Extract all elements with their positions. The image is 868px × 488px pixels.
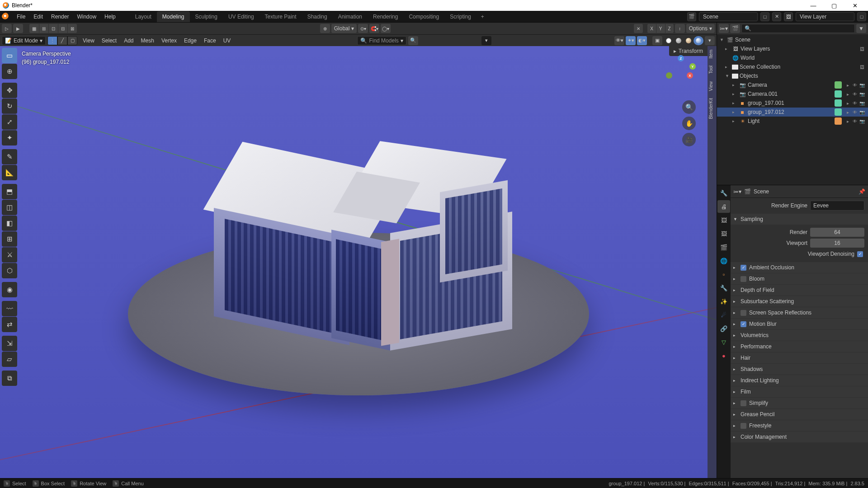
viewlayer-browse-button[interactable]: 🖼 [784,12,793,21]
viewlayer-field[interactable]: View Layer [796,12,854,21]
loopcut-tool[interactable]: ⊞ [2,231,17,247]
n-panel-tab-blenderkit[interactable]: BlenderKit [708,94,714,122]
snap-icon[interactable]: 🧲▾ [369,24,379,33]
pivot-icon[interactable]: ⊙▾ [358,24,368,33]
slide-tool[interactable]: ⇄ [2,317,17,332]
camera-view-button[interactable]: 🎥 [682,133,696,146]
knife-tool[interactable]: ⚔ [2,247,17,263]
mesh-menu-select[interactable]: Select [98,36,120,45]
outliner-row[interactable]: ▼Objects [717,71,868,80]
shear-tool[interactable]: ▱ [2,352,17,367]
drag-action-pill[interactable]: ▦⊞⊡⊟⊠ [29,24,77,33]
proportional-icon[interactable]: ◯▾ [381,24,391,33]
panel-simplify[interactable]: ▸Simplify [731,398,868,408]
outliner-display-mode[interactable]: ≔▾ [719,24,729,33]
bevel-tool[interactable]: ◧ [2,216,17,231]
scale-tool[interactable]: ⤢ [2,114,17,130]
panel-shadows[interactable]: ▸Shadows [731,364,868,375]
object-tab[interactable]: ▫ [717,268,730,281]
outliner-row[interactable]: ▸📷Camera▸👁📷 [717,80,868,89]
select-mode-group[interactable]: ⋮ ╱ ▢ [47,36,77,45]
workspace-tab-rendering[interactable]: Rendering [368,11,403,22]
overlay-toggle[interactable]: ◐▾ [637,36,647,45]
outliner-row[interactable]: ▸☀Light▸👁📷 [717,117,868,126]
z-axis-gizmo[interactable]: Z [678,55,684,61]
mesh-data-tab[interactable]: ▽ [717,336,730,348]
sampling-panel-header[interactable]: ▼Sampling [731,214,868,225]
panel-film[interactable]: ▸Film [731,386,868,397]
mesh-menu-edge[interactable]: Edge [180,36,200,45]
particle-tab[interactable]: ✨ [717,295,730,308]
inset-tool[interactable]: ◫ [2,200,17,215]
output-tab[interactable]: 🖼 [717,214,730,226]
close-button[interactable]: ✕ [844,0,865,11]
menu-edit[interactable]: Edit [29,12,47,22]
shading-options[interactable]: ▾ [705,36,715,45]
transform-panel-header[interactable]: ▸ Transform [669,46,708,56]
neg-y-gizmo[interactable] [666,72,672,79]
pan-button[interactable]: ✋ [682,117,696,130]
menu-window[interactable]: Window [73,12,100,22]
material-tab[interactable]: ● [717,349,730,362]
mesh-menu-uv[interactable]: UV [220,36,235,45]
3d-viewport[interactable]: Camera Perspective (96) group_197.012 ▭ … [0,46,717,478]
asset-search[interactable]: 🔍 Find Models ▾ [357,36,406,45]
n-panel-tab-tool[interactable]: Tool [708,62,714,77]
workspace-tab-compositing[interactable]: Compositing [403,11,444,22]
spin-tool[interactable]: ◉ [2,282,17,297]
panel-checkbox[interactable] [741,310,746,316]
asset-search-go[interactable]: 🔍 [408,36,418,45]
select-tool[interactable]: ▭ [2,48,17,63]
asset-category[interactable]: ▾ [481,36,491,45]
panel-hair[interactable]: ▸Hair [731,352,868,363]
render-tab[interactable]: 🖨 [717,200,730,213]
navigation-gizmo[interactable]: Z Y X [663,55,698,90]
mesh-menu-mesh[interactable]: Mesh [137,36,158,45]
outliner-search[interactable]: 🔍 [741,24,855,33]
viewport-samples-field[interactable]: 16 [810,239,864,248]
axis-lock-pill[interactable]: XYZ [647,24,673,33]
panel-bloom[interactable]: ▸Bloom [731,273,868,284]
y-axis-gizmo[interactable]: Y [689,63,696,70]
options-caret[interactable]: ↕ [675,24,685,33]
panel-performance[interactable]: ▸Performance [731,341,868,352]
zoom-button[interactable]: 🔍 [682,100,696,114]
outliner-type-icon[interactable]: 🎬 [730,24,740,33]
minimize-button[interactable]: ― [803,0,824,11]
scene-field[interactable]: Scene [699,12,758,21]
panel-volumetrics[interactable]: ▸Volumetrics [731,330,868,341]
constraint-tab[interactable]: 🔗 [717,322,730,335]
mesh-menu-view[interactable]: View [79,36,98,45]
mode-select[interactable]: 📝 Edit Mode ▾ [2,36,46,45]
face-select-button[interactable]: ▢ [67,36,77,45]
viewlayer-new-button[interactable]: □ [857,12,866,21]
modifier-tab[interactable]: 🔧 [717,282,730,294]
pin-button[interactable]: 📌 [859,188,865,195]
workspace-tab-sculpting[interactable]: Sculpting [190,11,223,22]
world-tab[interactable]: 🌐 [717,254,730,267]
rip-tool[interactable]: ⧉ [2,371,17,386]
outliner-row[interactable]: ▸◆group_197.001▸👁📷 [717,99,868,108]
panel-checkbox[interactable] [741,400,746,406]
render-engine-select[interactable]: Eevee [810,201,864,211]
annotate-tool[interactable]: ✎ [2,149,17,164]
outliner-row[interactable]: 🌐World [717,53,868,62]
panel-color-management[interactable]: ▸Color Management [731,432,868,442]
scene-browse-button[interactable]: 🎬 [687,12,696,21]
mesh-menu-face[interactable]: Face [200,36,220,45]
cursor-play-icon[interactable]: ▶ [13,24,23,33]
outliner-row[interactable]: ▼🎬Scene [717,35,868,44]
panel-subsurface-scattering[interactable]: ▸Subsurface Scattering [731,296,868,307]
panel-checkbox[interactable] [741,276,746,282]
transform-tool[interactable]: ✦ [2,130,17,145]
n-panel-tab-view[interactable]: View [708,78,714,95]
panel-motion-blur[interactable]: ▸✓Motion Blur [731,319,868,329]
smooth-tool[interactable]: 〰 [2,301,17,316]
viewport-denoise-checkbox[interactable]: ✓ [857,251,863,257]
viewlayer-tab[interactable]: 🖽 [717,227,730,240]
lookdev-shading[interactable] [684,36,693,45]
scene-new-button[interactable]: □ [760,12,769,21]
xray-toggle[interactable]: ▣ [652,36,662,45]
panel-screen-space-reflections[interactable]: ▸Screen Space Reflections [731,307,868,318]
scene-tab[interactable]: 🎬 [717,241,730,253]
